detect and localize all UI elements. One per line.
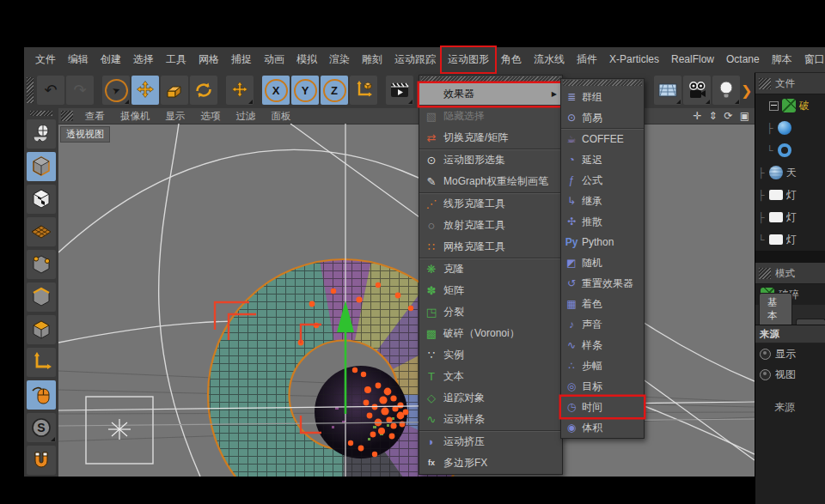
workplane-mode-button[interactable] xyxy=(27,217,56,246)
viewport-menubar-grip[interactable] xyxy=(61,111,73,121)
viewport-toggle-icon[interactable]: ▣ xyxy=(740,108,749,124)
menubar-item[interactable]: 创建 xyxy=(95,47,127,72)
menubar-item[interactable]: Octane xyxy=(720,47,766,72)
object-row[interactable]: └ xyxy=(755,139,825,161)
menubar-item[interactable]: 模拟 xyxy=(290,47,323,72)
tab-basic[interactable]: 基本 xyxy=(759,293,792,325)
effector-submenu-item[interactable]: ↺ 重置效果器 xyxy=(561,273,644,294)
menubar-item[interactable]: X-Particles xyxy=(603,47,665,72)
object-row[interactable]: 破 xyxy=(755,94,825,117)
mograph-menu-item[interactable]: ∵ 实例 xyxy=(419,344,562,366)
rotate-tool-button[interactable] xyxy=(190,76,217,105)
menubar-item[interactable]: 运动图形 xyxy=(442,47,495,72)
mograph-menu-item[interactable]: ▧ 隐藏选择 xyxy=(419,106,562,127)
menubar-item[interactable]: 插件 xyxy=(571,47,603,72)
menubar-item[interactable]: 运动跟踪 xyxy=(388,47,442,72)
mograph-menu-item[interactable]: T 文本 xyxy=(419,366,562,387)
light-object-button[interactable] xyxy=(712,76,740,105)
source-radio-option[interactable]: 视图 xyxy=(755,364,825,385)
menubar-item[interactable]: 选择 xyxy=(127,47,160,72)
menubar-item[interactable]: 文件 xyxy=(29,47,62,72)
viewport-menu-item[interactable]: 面板 xyxy=(264,108,299,124)
viewport-menu-item[interactable]: 过滤 xyxy=(229,108,264,124)
menubar-item[interactable]: 角色 xyxy=(495,47,528,72)
mograph-menu-item[interactable]: ✎ MoGraph权重绘制画笔 xyxy=(419,171,562,193)
effector-submenu-item[interactable]: ƒ 公式 xyxy=(561,170,644,191)
effector-submenu-item[interactable]: Py Python xyxy=(561,232,644,252)
mograph-menu-item[interactable]: ❋ 克隆 xyxy=(419,258,562,280)
object-row[interactable]: ├ xyxy=(755,117,825,139)
redo-button[interactable]: ↷ xyxy=(66,76,94,105)
viewport-zoom-icon[interactable]: ⇕ xyxy=(709,108,718,124)
effector-submenu-item[interactable]: ▦ 着色 xyxy=(561,294,644,314)
menubar-item[interactable]: RealFlow xyxy=(665,47,720,72)
effector-submenu-item[interactable]: ✣ 推散 xyxy=(561,211,644,232)
light-object-gizmo[interactable] xyxy=(86,397,153,464)
snap-settings-button[interactable]: S xyxy=(27,413,56,442)
camera-object-button[interactable] xyxy=(683,76,711,105)
menubar-item[interactable]: 流水线 xyxy=(528,47,571,72)
viewport-menu-item[interactable]: 选项 xyxy=(193,108,229,124)
viewport-menu-item[interactable]: 查看 xyxy=(77,108,113,124)
mograph-menu-item[interactable]: ◇ 追踪对象 xyxy=(419,387,562,409)
object-manager-grip[interactable] xyxy=(759,78,771,89)
object-row[interactable]: └ 灯 xyxy=(755,228,825,251)
mograph-menu-item[interactable]: ⋰ 线形克隆工具 xyxy=(419,193,562,215)
lock-x-axis-button[interactable]: X xyxy=(262,76,290,105)
model-mode-button[interactable] xyxy=(27,152,56,181)
effector-submenu-item[interactable]: ☕ COFFEE xyxy=(561,129,644,149)
last-tool-button[interactable] xyxy=(226,76,254,105)
menubar-item[interactable]: 网格 xyxy=(192,47,225,72)
scale-tool-button[interactable] xyxy=(161,76,188,105)
object-row[interactable]: ├ 灯 xyxy=(755,184,825,206)
view-label[interactable]: 透视视图 xyxy=(60,126,110,143)
viewport[interactable]: 查看摄像机显示选项过滤面板 ✛ ⇕ ⟳ ▣ 透视视图 xyxy=(58,108,755,477)
render-view-button[interactable] xyxy=(386,76,413,105)
effector-submenu-item[interactable]: ◔ 延迟 xyxy=(561,149,644,170)
effector-submenu-item[interactable]: ◷ 时间 xyxy=(561,397,644,417)
enable-axis-button[interactable] xyxy=(27,348,56,377)
effector-submenu-item[interactable]: ≣ 群组 xyxy=(561,87,644,107)
mograph-menu-item[interactable]: ✽ 矩阵 xyxy=(419,280,562,301)
mograph-menu-item[interactable]: ◌ 放射克隆工具 xyxy=(419,215,562,236)
viewport-solo-button[interactable] xyxy=(27,380,56,410)
toolbar-overflow-chevron[interactable]: ❯ xyxy=(741,82,752,99)
menubar-item[interactable]: 工具 xyxy=(160,47,192,72)
object-manager-menu-file[interactable]: 文件 xyxy=(775,77,795,90)
mograph-menu-item[interactable]: ∿ 运动样条 xyxy=(419,409,562,431)
effector-submenu-item[interactable]: ◎ 目标 xyxy=(561,376,644,397)
tab-next-clipped[interactable] xyxy=(796,319,825,325)
object-row[interactable]: ├ 天 xyxy=(755,161,825,184)
object-row[interactable]: ├ 灯 xyxy=(755,206,825,228)
fracture-sphere-object[interactable] xyxy=(315,366,407,458)
viewport-rotate-icon[interactable]: ⟳ xyxy=(724,108,733,124)
mograph-menu-item[interactable]: 效果器 ▶ xyxy=(419,83,562,106)
attribute-manager-grip[interactable] xyxy=(759,268,771,279)
effector-submenu-item[interactable]: ↳ 继承 xyxy=(561,191,644,211)
effector-submenu-item[interactable]: ∿ 样条 xyxy=(561,335,644,355)
edges-mode-button[interactable] xyxy=(27,282,56,312)
mograph-menu-item[interactable]: ◳ 分裂 xyxy=(419,301,562,323)
menubar-item[interactable]: 捕捉 xyxy=(225,47,258,72)
viewport-menu-item[interactable]: 显示 xyxy=(158,108,193,124)
menubar-item[interactable]: 脚本 xyxy=(766,47,798,72)
left-rail-grip[interactable] xyxy=(30,111,52,116)
effector-submenu-item[interactable]: ◩ 随机 xyxy=(561,252,644,273)
mograph-menu-item[interactable]: ∷ 网格克隆工具 xyxy=(419,236,562,258)
floor-object-button[interactable] xyxy=(654,76,681,105)
coordinate-system-button[interactable] xyxy=(350,76,377,105)
mograph-menu-item[interactable]: ▩ 破碎（Voronoi） xyxy=(419,323,562,344)
menubar-item[interactable]: 渲染 xyxy=(323,47,356,72)
expand-toggle-icon[interactable] xyxy=(769,101,779,111)
texture-mode-button[interactable] xyxy=(27,185,56,214)
points-mode-button[interactable] xyxy=(27,250,56,279)
mograph-menu-item[interactable]: ⇄ 切换克隆/矩阵 xyxy=(419,127,562,149)
mograph-menu-item[interactable]: fx 多边形FX xyxy=(419,452,562,474)
lock-y-axis-button[interactable]: Y xyxy=(291,76,319,105)
polygons-mode-button[interactable] xyxy=(27,315,56,344)
menubar-item[interactable]: 动画 xyxy=(258,47,290,72)
magnet-tool-button[interactable] xyxy=(27,446,56,475)
lock-z-axis-button[interactable]: Z xyxy=(321,76,348,105)
mograph-menu-item[interactable]: ⊙ 运动图形选集 xyxy=(419,149,562,171)
viewport-scene[interactable] xyxy=(58,124,755,477)
